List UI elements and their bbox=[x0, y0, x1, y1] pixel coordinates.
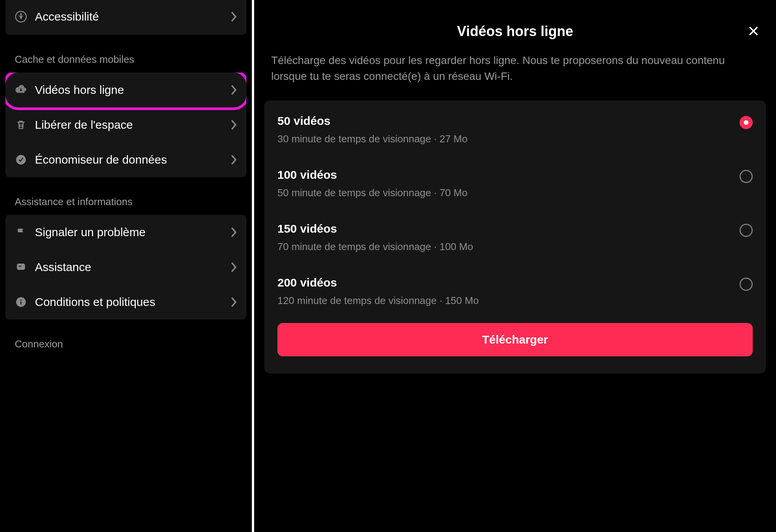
svg-point-1 bbox=[20, 13, 22, 15]
option-title: 150 vidéos bbox=[277, 222, 730, 235]
radio-unselected-icon[interactable] bbox=[740, 278, 753, 291]
option-title: 200 vidéos bbox=[277, 276, 730, 289]
settings-item-label: Signaler un problème bbox=[35, 226, 223, 239]
settings-item-data-saver[interactable]: Économiseur de données bbox=[5, 142, 246, 177]
chevron-right-icon bbox=[231, 120, 237, 130]
settings-group-cache: Vidéos hors ligne Libérer de l'espace Éc… bbox=[5, 73, 246, 177]
chevron-right-icon bbox=[231, 227, 237, 237]
option-subtitle: 70 minute de temps de visionnage · 100 M… bbox=[277, 241, 730, 253]
close-button[interactable] bbox=[747, 24, 760, 38]
option-title: 100 vidéos bbox=[277, 168, 730, 181]
option-title: 50 vidéos bbox=[277, 114, 730, 128]
settings-group-accessibility: Accessibilité bbox=[5, 0, 246, 35]
settings-group-support: Signaler un problème Assistance Conditio… bbox=[5, 215, 246, 320]
svg-point-5 bbox=[20, 299, 22, 301]
settings-item-label: Vidéos hors ligne bbox=[35, 83, 223, 97]
option-subtitle: 50 minute de temps de visionnage · 70 Mo bbox=[277, 187, 730, 199]
accessibility-icon bbox=[15, 10, 27, 23]
data-saver-icon bbox=[15, 154, 27, 166]
settings-item-report-problem[interactable]: Signaler un problème bbox=[5, 215, 246, 250]
svg-rect-3 bbox=[17, 264, 25, 270]
highlight-offline-videos: Vidéos hors ligne bbox=[5, 73, 246, 110]
option-body: 50 vidéos 30 minute de temps de visionna… bbox=[277, 114, 730, 145]
svg-rect-6 bbox=[21, 302, 22, 305]
option-body: 150 vidéos 70 minute de temps de visionn… bbox=[277, 222, 730, 253]
section-header-login: Connexion bbox=[5, 331, 246, 357]
chevron-right-icon bbox=[231, 85, 237, 95]
option-100-videos[interactable]: 100 vidéos 50 minute de temps de visionn… bbox=[264, 157, 766, 211]
radio-unselected-icon[interactable] bbox=[740, 170, 753, 183]
section-header-cache: Cache et données mobiles bbox=[5, 47, 246, 73]
radio-selected-icon[interactable] bbox=[740, 116, 753, 129]
settings-pane: Accessibilité Cache et données mobiles V… bbox=[0, 0, 254, 532]
chevron-right-icon bbox=[231, 297, 237, 307]
modal-description: Télécharge des vidéos pour les regarder … bbox=[254, 51, 776, 96]
settings-item-label: Économiseur de données bbox=[35, 153, 223, 166]
settings-item-terms[interactable]: Conditions et politiques bbox=[5, 285, 246, 320]
settings-item-label: Assistance bbox=[35, 261, 223, 274]
download-button[interactable]: Télécharger bbox=[277, 323, 753, 356]
flag-icon bbox=[15, 226, 27, 238]
option-body: 100 vidéos 50 minute de temps de visionn… bbox=[277, 168, 730, 199]
trash-icon bbox=[15, 119, 27, 131]
section-header-support: Assistance et informations bbox=[5, 189, 246, 215]
modal-title: Vidéos hors ligne bbox=[457, 23, 573, 40]
info-icon bbox=[15, 296, 27, 308]
option-200-videos[interactable]: 200 vidéos 120 minute de temps de vision… bbox=[264, 264, 766, 318]
radio-unselected-icon[interactable] bbox=[740, 224, 753, 237]
settings-item-accessibility[interactable]: Accessibilité bbox=[5, 0, 246, 35]
settings-item-label: Libérer de l'espace bbox=[35, 118, 223, 131]
settings-item-label: Conditions et politiques bbox=[35, 295, 223, 309]
chat-icon bbox=[15, 261, 27, 273]
chevron-right-icon bbox=[231, 262, 237, 272]
option-body: 200 vidéos 120 minute de temps de vision… bbox=[277, 276, 730, 307]
chevron-right-icon bbox=[231, 155, 237, 165]
option-subtitle: 30 minute de temps de visionnage · 27 Mo bbox=[277, 133, 730, 145]
settings-item-offline-videos[interactable]: Vidéos hors ligne bbox=[5, 73, 246, 107]
cloud-download-icon bbox=[15, 84, 27, 96]
options-card: 50 vidéos 30 minute de temps de visionna… bbox=[264, 100, 766, 373]
option-150-videos[interactable]: 150 vidéos 70 minute de temps de visionn… bbox=[264, 211, 766, 264]
settings-item-label: Accessibilité bbox=[35, 10, 223, 23]
option-subtitle: 120 minute de temps de visionnage · 150 … bbox=[277, 295, 730, 307]
offline-videos-modal: Vidéos hors ligne Télécharge des vidéos … bbox=[254, 0, 776, 532]
modal-header: Vidéos hors ligne bbox=[254, 0, 776, 51]
settings-item-free-space[interactable]: Libérer de l'espace bbox=[5, 107, 246, 142]
option-50-videos[interactable]: 50 vidéos 30 minute de temps de visionna… bbox=[264, 103, 766, 157]
settings-item-assistance[interactable]: Assistance bbox=[5, 250, 246, 285]
chevron-right-icon bbox=[231, 12, 237, 22]
